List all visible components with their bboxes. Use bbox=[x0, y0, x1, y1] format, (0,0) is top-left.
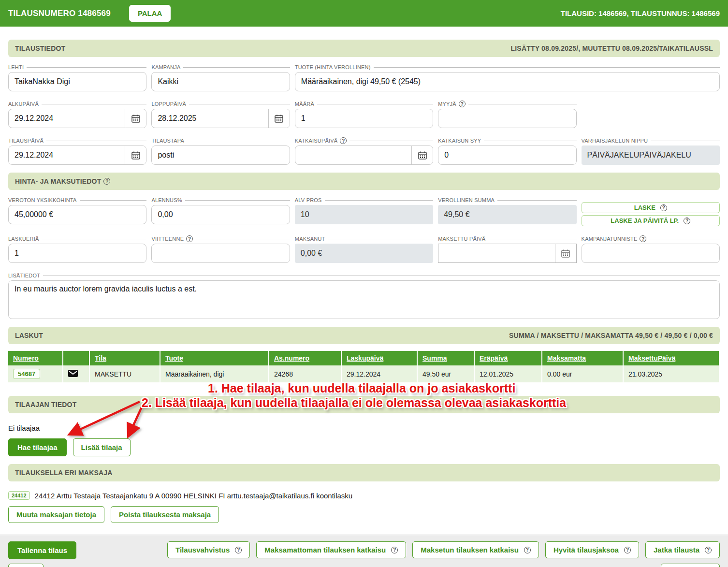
field-kampanjatunniste: KAMPANJATUNNISTE? bbox=[582, 235, 720, 263]
no-subscriber-text: Ei tilaajaa bbox=[8, 424, 720, 432]
payer-details: 24412 Arttu Testaaja Testaajankatu 9 A 0… bbox=[35, 492, 353, 500]
invoice-status: MAKSETTU bbox=[89, 365, 160, 382]
col-maksettupaiva[interactable]: MaksettuPäivä bbox=[623, 351, 719, 365]
help-icon: ? bbox=[660, 204, 667, 211]
section-title: HINTA- JA MAKSUTIEDOT bbox=[15, 177, 101, 185]
maksettu-paiva-input[interactable] bbox=[438, 244, 576, 263]
invoice-table: Numero Tila Tuote As.numero Laskupäivä S… bbox=[8, 351, 720, 382]
palaa-top-button[interactable]: PALAA bbox=[129, 5, 171, 22]
lehti-input[interactable]: TaikaNakka Digi bbox=[8, 72, 146, 91]
katkaisupaiva-input[interactable] bbox=[295, 145, 433, 165]
poista-tilaus-button[interactable]: Poista tilaus bbox=[661, 564, 720, 567]
help-icon: ? bbox=[624, 547, 631, 553]
section-title: TILAUSTIEDOT bbox=[15, 44, 65, 52]
section-tilaustiedot: TILAUSTIEDOT LISÄTTY 08.09.2025/, MUUTET… bbox=[8, 40, 720, 57]
maksetun-katkaisu-button[interactable]: Maksetun tilauksen katkaisu? bbox=[412, 541, 539, 558]
laskueria-input[interactable]: 1 bbox=[8, 244, 146, 263]
field-viitteenne: VIITTEENNE? bbox=[151, 235, 290, 263]
help-icon: ? bbox=[235, 547, 242, 553]
field-tilauspaiva: TILAUSPÄIVÄ 29.12.2024 bbox=[8, 137, 146, 165]
alennus-input[interactable]: 0,00 bbox=[151, 205, 290, 224]
calendar-icon[interactable] bbox=[555, 244, 576, 262]
section-title: TILAAJAN TIEDOT bbox=[15, 401, 76, 408]
kampanja-input[interactable]: Kaikki bbox=[151, 72, 290, 91]
field-loppupaiva: LOPPUPÄIVÄ 28.12.2025 bbox=[151, 100, 290, 128]
col-tila[interactable]: Tila bbox=[89, 351, 160, 365]
lisatiedot-textarea[interactable]: In eu mauris auctor lorem gravida iaculi… bbox=[8, 280, 720, 319]
field-alennus: ALENNUS% 0,00 bbox=[151, 196, 290, 226]
invoice-unpaid: 0.00 eur bbox=[542, 365, 623, 382]
col-as-numero[interactable]: As.numero bbox=[269, 351, 341, 365]
laske-ja-paivita-button[interactable]: LASKE JA PÄIVITÄ LP.? bbox=[582, 215, 720, 226]
field-myyja: MYYJÄ? bbox=[438, 100, 576, 128]
col-laskupaiva[interactable]: Laskupäivä bbox=[341, 351, 417, 365]
field-lisatiedot: LISÄTIEDOT In eu mauris auctor lorem gra… bbox=[8, 272, 720, 319]
veroton-yksikkohinta-input[interactable]: 45,00000 € bbox=[8, 205, 146, 224]
section-meta: LISÄTTY 08.09.2025/, MUUTETTU 08.09.2025… bbox=[511, 44, 713, 52]
invoice-date: 29.12.2024 bbox=[341, 365, 417, 382]
subscriber-zone: 1. Hae tilaaja, kun uudella tilaajalla o… bbox=[8, 396, 720, 456]
section-maksaja: TILAUKSELLA ERI MAKSAJA bbox=[8, 464, 720, 481]
col-erapaiva[interactable]: Eräpäivä bbox=[474, 351, 542, 365]
col-summa[interactable]: Summa bbox=[417, 351, 474, 365]
palaa-bottom-button[interactable]: Palaa bbox=[8, 564, 44, 567]
tilausvahvistus-button[interactable]: Tilausvahvistus? bbox=[167, 541, 250, 558]
hyvita-tilausjaksoa-button[interactable]: Hyvitä tilausjaksoa? bbox=[545, 541, 639, 558]
muuta-maksajan-tietoja-button[interactable]: Muuta maksajan tietoja bbox=[8, 506, 104, 523]
subscriber-buttons: Hae tilaajaa Lisää tilaaja bbox=[8, 438, 720, 456]
myyja-input[interactable] bbox=[438, 109, 576, 128]
field-maara: MÄÄRÄ 1 bbox=[295, 100, 433, 128]
invoice-number-badge[interactable]: 54687 bbox=[13, 369, 40, 379]
col-maksamatta[interactable]: Maksamatta bbox=[542, 351, 623, 365]
annotation-line-1: 1. Hae tilaaja, kun uudella tilaajalla o… bbox=[208, 381, 515, 395]
envelope-icon[interactable] bbox=[68, 370, 78, 378]
col-icon bbox=[63, 351, 89, 365]
field-katkaisupaiva: KATKAISUPÄIVÄ? bbox=[295, 137, 433, 165]
poista-tilauksesta-maksaja-button[interactable]: Poista tilauksesta maksaja bbox=[111, 506, 219, 523]
kampanjatunniste-input[interactable] bbox=[582, 244, 720, 263]
help-icon: ? bbox=[705, 547, 712, 553]
calendar-icon[interactable] bbox=[125, 146, 146, 164]
help-icon: ? bbox=[391, 547, 398, 553]
tuote-input[interactable]: Määräaikainen, digi 49,50 € (2545) bbox=[295, 72, 720, 91]
invoice-row: 54687 MAKSETTU Määräaikainen, digi 24268… bbox=[8, 365, 719, 382]
help-icon: ? bbox=[524, 547, 531, 553]
laskut-summary: SUMMA / MAKSETTU / MAKSAMATTA 49,50 € / … bbox=[509, 332, 713, 339]
invoice-due-date: 12.01.2025 bbox=[474, 365, 542, 382]
hae-tilaajaa-button[interactable]: Hae tilaajaa bbox=[8, 438, 67, 456]
laske-button[interactable]: LASKE? bbox=[582, 202, 720, 213]
calendar-icon[interactable] bbox=[411, 146, 433, 164]
field-verollinen-summa: VEROLLINEN SUMMA 49,50 € bbox=[438, 196, 576, 226]
tilauspaiva-input[interactable]: 29.12.2024 bbox=[8, 145, 146, 165]
payer-badge[interactable]: 24412 bbox=[8, 491, 30, 500]
section-title: LASKUT bbox=[15, 332, 43, 339]
laske-button-group: LASKE? LASKE JA PÄIVITÄ LP.? bbox=[582, 202, 720, 226]
invoice-table-header: Numero Tila Tuote As.numero Laskupäivä S… bbox=[8, 351, 719, 365]
invoice-product: Määräaikainen, digi bbox=[160, 365, 269, 382]
page-title: TILAUSNUMERO 1486569 bbox=[8, 9, 111, 18]
help-icon: ? bbox=[103, 178, 110, 185]
maara-input[interactable]: 1 bbox=[295, 109, 433, 128]
field-tuote: TUOTE (HINTA VEROLLINEN) Määräaikainen, … bbox=[295, 63, 720, 91]
loppupaiva-input[interactable]: 28.12.2025 bbox=[151, 109, 290, 128]
col-numero[interactable]: Numero bbox=[8, 351, 63, 365]
calendar-icon[interactable] bbox=[268, 109, 290, 128]
tallenna-tilaus-button[interactable]: Tallenna tilaus bbox=[8, 541, 76, 559]
section-title: TILAUKSELLA ERI MAKSAJA bbox=[15, 469, 113, 477]
lisaa-tilaaja-button[interactable]: Lisää tilaaja bbox=[73, 438, 131, 456]
field-maksanut: MAKSANUT 0,00 € bbox=[295, 235, 433, 263]
invoice-paid-date: 21.03.2025 bbox=[623, 365, 719, 382]
order-page: TILAUSNUMERO 1486569 PALAA TILAUSID: 148… bbox=[0, 0, 728, 567]
tilaustapa-select[interactable]: posti bbox=[151, 145, 290, 165]
footer-action-bar: Tallenna tilaus Tilausvahvistus? Maksama… bbox=[0, 535, 728, 567]
alkupaiva-input[interactable]: 29.12.2024 bbox=[8, 109, 146, 128]
viitteenne-input[interactable] bbox=[151, 244, 290, 263]
calendar-icon[interactable] bbox=[125, 109, 146, 128]
field-varhaisjakelun-nippu: VARHAISJAKELUN NIPPU PÄIVÄJAKELUPÄIVÄJAK… bbox=[582, 137, 720, 165]
katkaisun-syy-input[interactable]: 0 bbox=[438, 145, 576, 165]
col-tuote[interactable]: Tuote bbox=[160, 351, 269, 365]
jatka-tilausta-button[interactable]: Jatka tilausta? bbox=[645, 541, 720, 558]
field-alkupaiva: ALKUPÄIVÄ 29.12.2024 bbox=[8, 100, 146, 128]
maksamattoman-katkaisu-button[interactable]: Maksamattoman tilauksen katkaisu? bbox=[256, 541, 406, 558]
field-alv-pros: ALV PROS 10 bbox=[295, 196, 433, 226]
